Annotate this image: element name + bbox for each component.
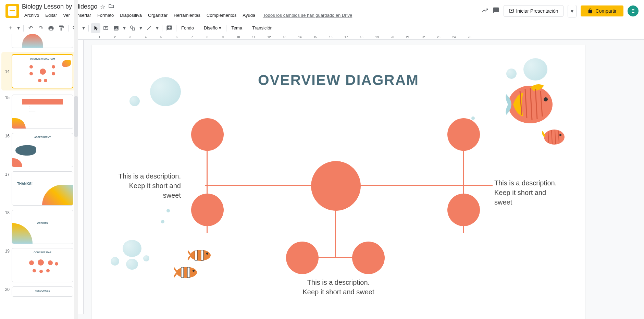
svg-point-12 bbox=[206, 253, 208, 255]
menu-complementos[interactable]: Complementos bbox=[204, 11, 239, 19]
clownfish-decoration bbox=[186, 247, 213, 265]
slide-thumbnail[interactable]: THANKS! bbox=[12, 171, 73, 206]
description-bottom[interactable]: This is a description. Keep it short and… bbox=[301, 278, 376, 297]
fish-decoration bbox=[541, 127, 568, 149]
slide-number: 20 bbox=[3, 286, 10, 292]
bubble-decoration bbox=[166, 209, 170, 212]
diagram-node[interactable] bbox=[352, 242, 385, 274]
line-icon[interactable] bbox=[144, 23, 154, 33]
slide-number: 17 bbox=[3, 171, 10, 177]
add-comment-icon[interactable] bbox=[164, 23, 174, 33]
bubble-decoration bbox=[523, 58, 547, 81]
slide-canvas[interactable]: OVERVIEW DIAGRAM bbox=[92, 45, 585, 319]
horizontal-ruler: 1234567891011121314151617181920212223242… bbox=[78, 34, 644, 40]
bubble-decoration bbox=[129, 96, 140, 106]
share-button[interactable]: Compartir bbox=[581, 5, 623, 16]
diagram-node[interactable] bbox=[447, 118, 480, 151]
transition-button[interactable]: Transición bbox=[249, 24, 275, 32]
vertical-ruler bbox=[78, 40, 84, 314]
menu-organizar[interactable]: Organizar bbox=[146, 11, 170, 19]
bubble-decoration bbox=[506, 69, 517, 79]
share-label: Compartir bbox=[596, 8, 617, 14]
star-icon[interactable]: ☆ bbox=[100, 3, 106, 11]
main-area: 14 OVERVIEW DIAGRAM 15 • ———• ———• ——— bbox=[0, 34, 644, 319]
new-slide-dropdown-icon[interactable]: ▾ bbox=[16, 23, 21, 33]
bubble-decoration bbox=[471, 116, 475, 120]
menu-ver[interactable]: Ver bbox=[61, 11, 72, 19]
svg-rect-4 bbox=[132, 28, 135, 30]
menu-ayuda[interactable]: Ayuda bbox=[240, 11, 258, 19]
line-dropdown-icon[interactable]: ▾ bbox=[154, 23, 160, 33]
save-status[interactable]: Todos los cambios se han guardado en Dri… bbox=[263, 11, 352, 19]
sidebar-scrollbar[interactable] bbox=[74, 0, 78, 319]
shape-dropdown-icon[interactable]: ▾ bbox=[138, 23, 144, 33]
print-icon[interactable] bbox=[46, 23, 56, 33]
slide-thumbnail[interactable]: CONCEPT MAP bbox=[12, 248, 73, 282]
image-dropdown-icon[interactable]: ▾ bbox=[122, 23, 127, 33]
description-right[interactable]: This is a description. Keep it short and… bbox=[494, 178, 563, 207]
menu-editar[interactable]: Editar bbox=[43, 11, 59, 19]
slide-thumbnail[interactable]: ASSESSMENT bbox=[12, 133, 73, 167]
diagram-node[interactable] bbox=[191, 194, 224, 226]
present-label: Iniciar Presentación bbox=[516, 8, 558, 14]
slides-logo[interactable] bbox=[5, 4, 19, 18]
diagram-node[interactable] bbox=[286, 242, 319, 274]
description-left[interactable]: This is a description. Keep it short and… bbox=[112, 171, 181, 200]
svg-rect-11 bbox=[201, 250, 203, 260]
fish-decoration bbox=[503, 81, 565, 130]
menu-formato[interactable]: Formato bbox=[95, 11, 116, 19]
svg-rect-10 bbox=[195, 250, 197, 260]
bubble-decoration bbox=[150, 77, 181, 106]
bubble-decoration bbox=[123, 240, 141, 257]
menu-archivo[interactable]: Archivo bbox=[22, 11, 41, 19]
slide-number: 15 bbox=[3, 95, 10, 100]
diagram-node[interactable] bbox=[311, 161, 361, 211]
theme-button[interactable]: Tema bbox=[228, 24, 245, 32]
zoom-dropdown-icon[interactable]: ▾ bbox=[81, 23, 86, 33]
svg-point-6 bbox=[544, 97, 548, 101]
textbox-icon[interactable] bbox=[101, 23, 111, 33]
bubble-decoration bbox=[143, 255, 149, 261]
clownfish-decoration bbox=[172, 264, 200, 282]
move-folder-icon[interactable] bbox=[108, 3, 114, 11]
slide-thumbnail-selected[interactable]: OVERVIEW DIAGRAM bbox=[12, 54, 73, 88]
image-icon[interactable] bbox=[111, 23, 121, 33]
svg-rect-15 bbox=[187, 267, 190, 278]
layout-button[interactable]: Diseño ▾ bbox=[201, 24, 224, 32]
redo-icon[interactable]: ↷ bbox=[36, 23, 46, 33]
user-avatar[interactable]: E bbox=[628, 5, 639, 16]
svg-point-13 bbox=[176, 267, 197, 278]
undo-icon[interactable]: ↶ bbox=[26, 23, 35, 33]
slide-thumbnail[interactable] bbox=[12, 34, 73, 48]
canvas-area[interactable]: 1234567891011121314151617181920212223242… bbox=[78, 34, 644, 319]
activity-icon[interactable] bbox=[482, 7, 488, 15]
slide-panel[interactable]: 14 OVERVIEW DIAGRAM 15 • ———• ———• ——— bbox=[0, 34, 78, 319]
diagram-node[interactable] bbox=[447, 194, 480, 226]
slide-number: 18 bbox=[3, 210, 10, 215]
svg-point-7 bbox=[544, 130, 565, 145]
menu-diapositiva[interactable]: Diapositiva bbox=[117, 11, 144, 19]
diagram-node[interactable] bbox=[191, 118, 224, 151]
slide-number: 14 bbox=[3, 69, 10, 74]
svg-point-16 bbox=[193, 270, 195, 272]
menu-herramientas[interactable]: Herramientas bbox=[171, 11, 203, 19]
select-tool-icon[interactable] bbox=[91, 23, 100, 33]
present-button[interactable]: Iniciar Presentación bbox=[504, 5, 564, 17]
svg-point-9 bbox=[190, 250, 211, 261]
new-slide-button[interactable]: ＋ bbox=[5, 23, 15, 33]
background-button[interactable]: Fondo bbox=[178, 24, 197, 32]
bubble-decoration bbox=[126, 259, 138, 270]
svg-point-8 bbox=[559, 134, 561, 136]
slide-thumbnail[interactable]: • ———• ———• ——— bbox=[12, 95, 73, 129]
shape-icon[interactable] bbox=[128, 23, 137, 33]
comments-icon[interactable] bbox=[493, 7, 499, 15]
slide-thumbnail[interactable]: RESOURCES bbox=[12, 286, 73, 297]
document-title[interactable]: Biology Lesson by Slidesgo bbox=[22, 3, 97, 10]
paint-format-icon[interactable] bbox=[57, 23, 66, 33]
bubble-decoration bbox=[161, 220, 164, 223]
present-dropdown-icon[interactable]: ▾ bbox=[568, 5, 577, 17]
bubble-decoration bbox=[111, 257, 119, 266]
toolbar: ＋ ▾ ↶ ↷ ▾ ▾ ▾ ▾ Fondo Diseño ▾ Tema Tran… bbox=[0, 22, 644, 34]
slide-thumbnail[interactable]: CREDITS bbox=[12, 210, 73, 244]
header: Biology Lesson by Slidesgo ☆ Archivo Edi… bbox=[0, 0, 644, 22]
